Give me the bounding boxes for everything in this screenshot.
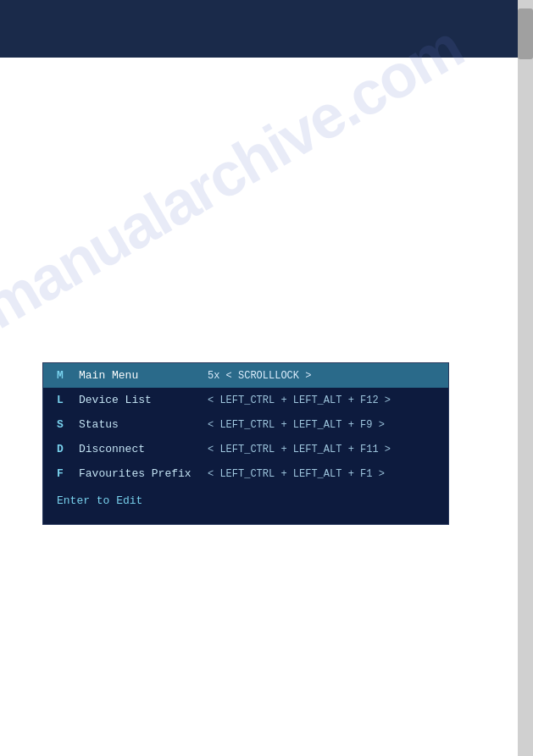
label-status: Status [79,418,197,431]
watermark: manualarchive.com [0,12,474,342]
top-bar [0,0,533,58]
menu-row-favourites[interactable]: F Favourites Prefix < LEFT_CTRL + LEFT_A… [43,461,448,486]
key-s: S [57,418,69,431]
key-d: D [57,443,69,455]
menu-panel: M Main Menu 5x < SCROLLLOCK > L Device L… [42,362,449,525]
shortcut-status: < LEFT_CTRL + LEFT_ALT + F9 > [208,419,385,431]
shortcut-favourites: < LEFT_CTRL + LEFT_ALT + F1 > [208,468,385,480]
key-m: M [57,369,69,382]
label-main-menu: Main Menu [79,369,197,382]
menu-row-status[interactable]: S Status < LEFT_CTRL + LEFT_ALT + F9 > [43,412,448,437]
shortcut-main-menu: 5x < SCROLLLOCK > [208,370,311,382]
shortcut-disconnect: < LEFT_CTRL + LEFT_ALT + F11 > [208,444,391,455]
key-l: L [57,394,69,406]
menu-footer: Enter to Edit [43,486,448,507]
scrollbar[interactable] [518,0,533,756]
key-f: F [57,467,69,480]
shortcut-device-list: < LEFT_CTRL + LEFT_ALT + F12 > [208,395,391,406]
label-disconnect: Disconnect [79,443,197,455]
scrollbar-thumb[interactable] [518,8,533,59]
menu-row-disconnect[interactable]: D Disconnect < LEFT_CTRL + LEFT_ALT + F1… [43,437,448,461]
label-device-list: Device List [79,394,197,406]
menu-row-device-list[interactable]: L Device List < LEFT_CTRL + LEFT_ALT + F… [43,388,448,412]
menu-row-main[interactable]: M Main Menu 5x < SCROLLLOCK > [43,363,448,388]
label-favourites: Favourites Prefix [79,467,197,480]
main-content: manualarchive.com M Main Menu 5x < SCROL… [0,58,518,756]
